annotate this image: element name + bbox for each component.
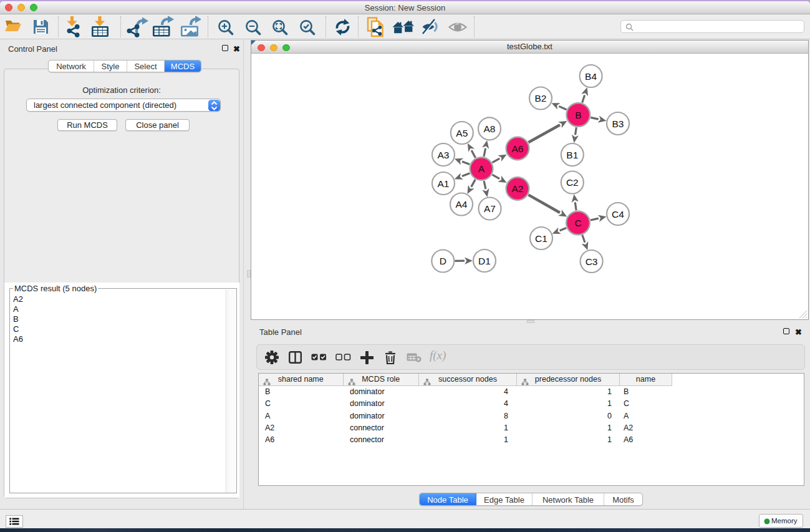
svg-text:A: A xyxy=(478,163,485,174)
svg-text:A4: A4 xyxy=(456,199,468,210)
svg-text:D1: D1 xyxy=(478,256,491,266)
svg-text:A7: A7 xyxy=(484,203,496,214)
svg-text:C4: C4 xyxy=(612,209,624,220)
svg-text:A3: A3 xyxy=(438,150,450,160)
svg-text:C1: C1 xyxy=(535,233,547,244)
svg-text:C: C xyxy=(574,218,581,228)
svg-text:A5: A5 xyxy=(456,128,468,138)
svg-text:B2: B2 xyxy=(535,93,547,104)
svg-text:B1: B1 xyxy=(566,150,578,160)
svg-text:A2: A2 xyxy=(512,183,524,194)
svg-text:A6: A6 xyxy=(512,143,524,154)
svg-text:B3: B3 xyxy=(612,118,624,129)
svg-text:D: D xyxy=(440,256,446,266)
svg-text:B: B xyxy=(575,110,581,120)
svg-text:C3: C3 xyxy=(586,256,598,267)
svg-text:B4: B4 xyxy=(585,71,597,82)
svg-text:A1: A1 xyxy=(438,178,450,189)
svg-text:A8: A8 xyxy=(484,123,496,134)
svg-text:C2: C2 xyxy=(566,177,579,188)
